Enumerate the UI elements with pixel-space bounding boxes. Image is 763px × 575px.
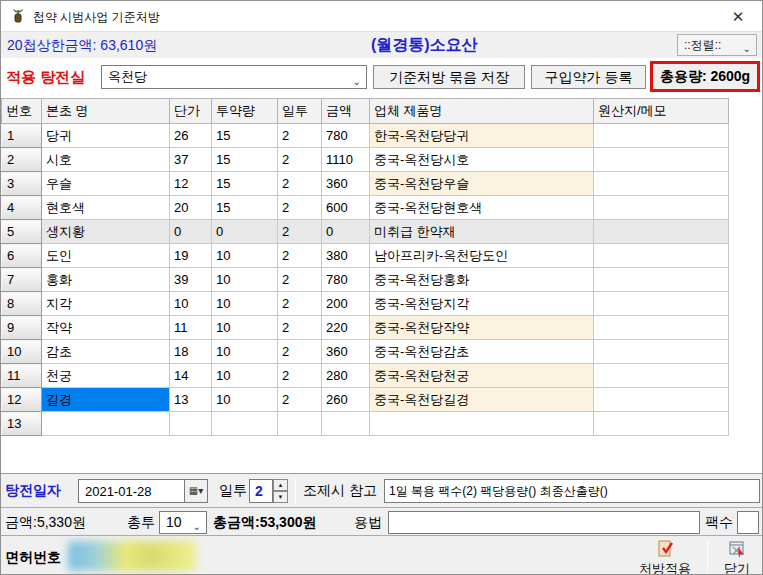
row-number-cell[interactable]: 5 [2,220,42,244]
origin-memo-cell[interactable] [594,412,729,436]
dose-amount-cell[interactable]: 10 [212,388,278,412]
daily-dose-cell[interactable]: 2 [278,124,322,148]
herb-name-cell[interactable]: 당귀 [42,124,170,148]
unit-price-cell[interactable]: 13 [170,388,212,412]
amount-cell[interactable]: 380 [322,244,370,268]
pharmacy-dropdown[interactable]: 옥천당 ⌄ [101,65,367,89]
daily-dose-cell[interactable]: 2 [278,172,322,196]
daily-dose-cell[interactable]: 2 [278,268,322,292]
amount-cell[interactable] [322,412,370,436]
origin-memo-cell[interactable] [594,292,729,316]
daily-dose-cell[interactable] [278,412,322,436]
daily-dose-cell[interactable]: 2 [278,244,322,268]
herb-name-cell[interactable]: 현호색 [42,196,170,220]
dose-amount-cell[interactable]: 15 [212,196,278,220]
column-header[interactable]: 본초 명 [42,99,170,124]
column-header[interactable]: 업체 제품명 [370,99,594,124]
unit-price-cell[interactable]: 26 [170,124,212,148]
origin-memo-cell[interactable] [594,268,729,292]
company-product-cell[interactable]: 중국-옥천당우슬 [370,172,594,196]
unit-price-cell[interactable] [170,412,212,436]
amount-cell[interactable]: 0 [322,220,370,244]
origin-memo-cell[interactable] [594,124,729,148]
herb-name-cell[interactable]: 우슬 [42,172,170,196]
column-header[interactable]: 원산지/메모 [594,99,729,124]
calendar-icon[interactable]: ▦▾ [185,479,208,503]
origin-memo-cell[interactable] [594,340,729,364]
row-number-cell[interactable]: 10 [2,340,42,364]
dose-amount-cell[interactable]: 10 [212,340,278,364]
column-header[interactable]: 단가 [170,99,212,124]
daily-dose-input[interactable] [249,479,273,503]
daily-dose-cell[interactable]: 2 [278,220,322,244]
row-number-cell[interactable]: 12 [2,388,42,412]
dose-amount-cell[interactable]: 10 [212,364,278,388]
dose-amount-cell[interactable]: 15 [212,124,278,148]
amount-cell[interactable]: 360 [322,172,370,196]
amount-cell[interactable]: 780 [322,124,370,148]
row-number-cell[interactable]: 11 [2,364,42,388]
close-dialog-button[interactable]: 닫기 [713,538,761,575]
origin-memo-cell[interactable] [594,148,729,172]
company-product-cell[interactable]: 중국-옥천당지각 [370,292,594,316]
column-header[interactable]: 번호 [2,99,42,124]
apply-prescription-button[interactable]: 처방적용 [629,538,701,575]
column-header[interactable]: 금액 [322,99,370,124]
company-product-cell[interactable]: 남아프리카-옥천당도인 [370,244,594,268]
origin-memo-cell[interactable] [594,172,729,196]
row-number-cell[interactable]: 6 [2,244,42,268]
company-product-cell[interactable]: 중국-옥천당작약 [370,316,594,340]
amount-cell[interactable]: 600 [322,196,370,220]
company-product-cell[interactable]: 중국-옥천당길경 [370,388,594,412]
daily-dose-cell[interactable]: 2 [278,340,322,364]
column-header[interactable]: 일투 [278,99,322,124]
bundle-save-button[interactable]: 기준처방 묶음 저장 [373,65,525,89]
spin-down-icon[interactable]: ▼ [273,491,288,503]
herb-name-cell[interactable]: 도인 [42,244,170,268]
spin-up-icon[interactable]: ▲ [273,479,288,491]
row-number-cell[interactable]: 4 [2,196,42,220]
amount-cell[interactable]: 200 [322,292,370,316]
total-dose-dropdown[interactable]: 10 ⌄ [159,511,207,534]
row-number-cell[interactable]: 3 [2,172,42,196]
herb-name-cell[interactable]: 감초 [42,340,170,364]
origin-memo-cell[interactable] [594,364,729,388]
origin-memo-cell[interactable] [594,220,729,244]
daily-dose-cell[interactable]: 2 [278,316,322,340]
dose-amount-cell[interactable]: 10 [212,268,278,292]
unit-price-cell[interactable]: 11 [170,316,212,340]
daily-dose-cell[interactable]: 2 [278,148,322,172]
unit-price-cell[interactable]: 12 [170,172,212,196]
pack-count-input[interactable] [737,511,759,534]
herb-name-cell[interactable] [42,412,170,436]
daily-dose-cell[interactable]: 2 [278,196,322,220]
company-product-cell[interactable] [370,412,594,436]
dose-amount-cell[interactable]: 10 [212,292,278,316]
reference-input[interactable] [384,479,760,503]
unit-price-cell[interactable]: 37 [170,148,212,172]
amount-cell[interactable]: 260 [322,388,370,412]
daily-dose-cell[interactable]: 2 [278,388,322,412]
column-header[interactable]: 투약량 [212,99,278,124]
amount-cell[interactable]: 280 [322,364,370,388]
unit-price-cell[interactable]: 20 [170,196,212,220]
unit-price-cell[interactable]: 19 [170,244,212,268]
dose-amount-cell[interactable]: 0 [212,220,278,244]
unit-price-cell[interactable]: 10 [170,292,212,316]
row-number-cell[interactable]: 9 [2,316,42,340]
dose-amount-cell[interactable]: 10 [212,316,278,340]
origin-memo-cell[interactable] [594,316,729,340]
dose-amount-cell[interactable]: 15 [212,148,278,172]
origin-memo-cell[interactable] [594,196,729,220]
row-number-cell[interactable]: 2 [2,148,42,172]
dose-amount-cell[interactable]: 15 [212,172,278,196]
usage-input[interactable] [388,511,700,534]
price-register-button[interactable]: 구입약가 등록 [531,65,646,89]
daily-dose-cell[interactable]: 2 [278,292,322,316]
company-product-cell[interactable]: 중국-옥천당천궁 [370,364,594,388]
dose-amount-cell[interactable] [212,412,278,436]
company-product-cell[interactable]: 중국-옥천당시호 [370,148,594,172]
company-product-cell[interactable]: 중국-옥천당감초 [370,340,594,364]
dose-amount-cell[interactable]: 10 [212,244,278,268]
herb-name-cell[interactable]: 생지황 [42,220,170,244]
